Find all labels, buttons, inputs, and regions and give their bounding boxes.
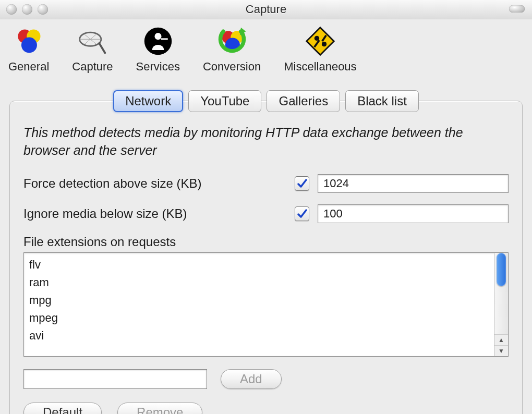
panel-description: This method detects media by monitoring … (23, 124, 509, 160)
capture-icon (76, 25, 109, 58)
check-icon (297, 178, 307, 189)
window-title: Capture (246, 3, 286, 16)
tab-galleries[interactable]: Galleries (267, 90, 340, 112)
svg-rect-7 (161, 38, 167, 40)
list-item[interactable]: mpg (29, 291, 489, 309)
list-item[interactable]: avi (29, 327, 489, 345)
force-detection-checkbox[interactable] (295, 176, 309, 191)
toolbar-item-conversion[interactable]: Conversion (203, 25, 261, 74)
close-window-icon[interactable] (6, 4, 17, 15)
toolbar-label: Miscellaneous (284, 60, 356, 74)
window-controls (6, 4, 48, 15)
toolbar-item-miscellaneous[interactable]: Miscellaneous (284, 25, 356, 74)
add-extension-input[interactable] (23, 369, 207, 389)
titlebar: Capture (0, 0, 532, 19)
list-item[interactable]: mpeg (29, 309, 489, 327)
force-detection-row: Force detection above size (KB) 1024 (23, 174, 509, 193)
services-icon (141, 25, 175, 58)
add-extension-row: Add (23, 369, 509, 389)
scrollbar-track[interactable] (494, 253, 508, 334)
force-detection-input[interactable]: 1024 (318, 174, 509, 193)
ignore-media-checkbox[interactable] (295, 206, 309, 221)
toolbar-item-capture[interactable]: Capture (72, 25, 113, 74)
extensions-list-content: flv ram mpg mpeg avi (24, 253, 494, 356)
listbox-scrollbar[interactable]: ▲ ▼ (494, 253, 508, 356)
list-item[interactable]: ram (29, 274, 489, 291)
add-button[interactable]: Add (221, 369, 282, 389)
svg-line-4 (100, 43, 105, 53)
extensions-listbox[interactable]: flv ram mpg mpeg avi ▲ ▼ (23, 252, 509, 357)
zoom-window-icon[interactable] (38, 4, 48, 15)
svg-point-6 (154, 33, 161, 40)
preferences-toolbar: General Capture Services (0, 19, 532, 76)
tab-youtube[interactable]: YouTube (188, 90, 261, 112)
svg-marker-12 (307, 28, 334, 55)
extensions-label: File extensions on requests (23, 235, 509, 249)
ignore-media-row: Ignore media below size (KB) 100 (23, 204, 509, 223)
svg-point-14 (322, 42, 327, 46)
toolbar-item-services[interactable]: Services (136, 25, 180, 74)
default-button[interactable]: Default (23, 403, 102, 415)
scroll-down-icon[interactable]: ▼ (494, 345, 508, 356)
scrollbar-thumb[interactable] (497, 253, 506, 286)
minimize-window-icon[interactable] (22, 4, 32, 15)
check-icon (297, 209, 307, 219)
settings-panel: This method detects media by monitoring … (9, 101, 523, 414)
toolbar-label: Services (136, 60, 180, 74)
toolbar-label: General (8, 60, 49, 74)
remove-button[interactable]: Remove (117, 403, 202, 415)
general-icon (12, 25, 45, 58)
svg-point-5 (144, 28, 172, 55)
scroll-up-icon[interactable]: ▲ (494, 334, 508, 345)
ignore-media-input[interactable]: 100 (318, 204, 509, 223)
list-item[interactable]: flv (29, 256, 489, 274)
toolbar-label: Conversion (203, 60, 261, 74)
toolbar-toggle-icon[interactable] (509, 5, 525, 13)
toolbar-label: Capture (72, 60, 113, 74)
ignore-media-label: Ignore media below size (KB) (23, 206, 295, 221)
tab-blacklist[interactable]: Black list (345, 90, 419, 112)
svg-point-2 (21, 38, 37, 53)
tab-bar: Network YouTube Galleries Black list (0, 90, 532, 112)
force-detection-label: Force detection above size (KB) (23, 176, 295, 191)
conversion-icon (215, 25, 249, 58)
tab-network[interactable]: Network (113, 90, 183, 112)
toolbar-item-general[interactable]: General (8, 25, 49, 74)
miscellaneous-icon (304, 25, 337, 58)
footer-buttons: Default Remove (23, 403, 509, 415)
